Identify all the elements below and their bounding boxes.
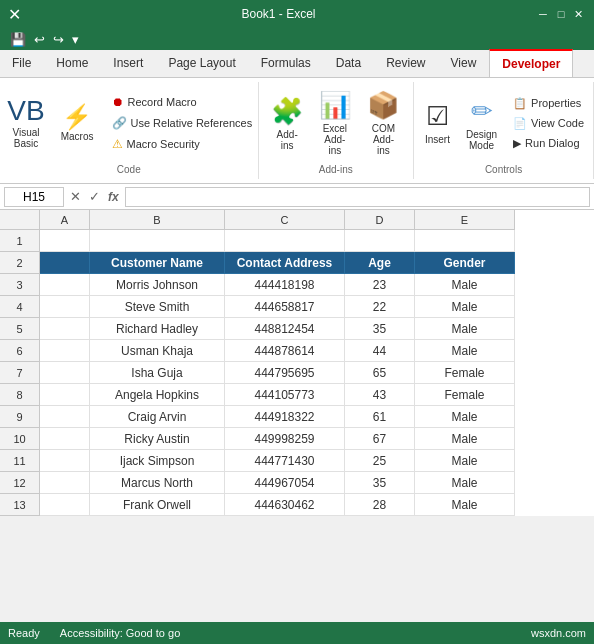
cell-d10[interactable]: 67 xyxy=(345,428,415,450)
formula-input[interactable] xyxy=(125,187,590,207)
cell-a9[interactable] xyxy=(40,406,90,428)
cell-a4[interactable] xyxy=(40,296,90,318)
design-mode-button[interactable]: ✏ DesignMode xyxy=(460,86,503,160)
row-header-9[interactable]: 9 xyxy=(0,406,40,428)
tab-view[interactable]: View xyxy=(439,50,490,77)
maximize-button[interactable]: □ xyxy=(554,7,568,21)
cell-c6[interactable]: 444878614 xyxy=(225,340,345,362)
run-dialog-button[interactable]: ▶ Run Dialog xyxy=(509,135,588,152)
cell-e10[interactable]: Male xyxy=(415,428,515,450)
cell-c7[interactable]: 444795695 xyxy=(225,362,345,384)
formula-confirm-icon[interactable]: ✓ xyxy=(87,189,102,204)
tab-formulas[interactable]: Formulas xyxy=(249,50,324,77)
cell-e6[interactable]: Male xyxy=(415,340,515,362)
cell-a3[interactable] xyxy=(40,274,90,296)
cell-c13[interactable]: 444630462 xyxy=(225,494,345,516)
cell-e9[interactable]: Male xyxy=(415,406,515,428)
record-macro-button[interactable]: ⏺ Record Macro xyxy=(108,93,257,111)
cell-d2-header[interactable]: Age xyxy=(345,252,415,274)
close-button[interactable]: ✕ xyxy=(572,7,586,21)
row-header-6[interactable]: 6 xyxy=(0,340,40,362)
col-header-a[interactable]: A xyxy=(40,210,90,230)
cell-a5[interactable] xyxy=(40,318,90,340)
cell-d11[interactable]: 25 xyxy=(345,450,415,472)
cell-c1[interactable] xyxy=(225,230,345,252)
cell-a11[interactable] xyxy=(40,450,90,472)
cell-c12[interactable]: 444967054 xyxy=(225,472,345,494)
save-quick-button[interactable]: 💾 xyxy=(8,32,28,47)
cell-c10[interactable]: 449998259 xyxy=(225,428,345,450)
cell-e8[interactable]: Female xyxy=(415,384,515,406)
visual-basic-button[interactable]: VB VisualBasic xyxy=(1,86,50,160)
tab-review[interactable]: Review xyxy=(374,50,438,77)
excel-add-ins-button[interactable]: 📊 ExcelAdd-ins xyxy=(313,86,358,160)
tab-data[interactable]: Data xyxy=(324,50,374,77)
cell-e13[interactable]: Male xyxy=(415,494,515,516)
cell-a12[interactable] xyxy=(40,472,90,494)
row-header-8[interactable]: 8 xyxy=(0,384,40,406)
tab-insert[interactable]: Insert xyxy=(101,50,156,77)
cell-d13[interactable]: 28 xyxy=(345,494,415,516)
row-header-11[interactable]: 11 xyxy=(0,450,40,472)
row-header-1[interactable]: 1 xyxy=(0,230,40,252)
cell-a1[interactable] xyxy=(40,230,90,252)
cell-c3[interactable]: 444418198 xyxy=(225,274,345,296)
row-header-13[interactable]: 13 xyxy=(0,494,40,516)
cell-e2-header[interactable]: Gender xyxy=(415,252,515,274)
cell-a6[interactable] xyxy=(40,340,90,362)
cell-reference-input[interactable] xyxy=(4,187,64,207)
cell-b12[interactable]: Marcus North xyxy=(90,472,225,494)
tab-file[interactable]: File xyxy=(0,50,44,77)
cell-b4[interactable]: Steve Smith xyxy=(90,296,225,318)
cell-a8[interactable] xyxy=(40,384,90,406)
cell-d3[interactable]: 23 xyxy=(345,274,415,296)
cell-b10[interactable]: Ricky Austin xyxy=(90,428,225,450)
col-header-b[interactable]: B xyxy=(90,210,225,230)
insert-control-button[interactable]: ☑ Insert xyxy=(419,86,456,160)
cell-a2[interactable] xyxy=(40,252,90,274)
cell-b6[interactable]: Usman Khaja xyxy=(90,340,225,362)
properties-button[interactable]: 📋 Properties xyxy=(509,95,588,112)
row-header-10[interactable]: 10 xyxy=(0,428,40,450)
cell-c8[interactable]: 444105773 xyxy=(225,384,345,406)
tab-page-layout[interactable]: Page Layout xyxy=(156,50,248,77)
cell-d5[interactable]: 35 xyxy=(345,318,415,340)
cell-c9[interactable]: 444918322 xyxy=(225,406,345,428)
cell-a10[interactable] xyxy=(40,428,90,450)
cell-e4[interactable]: Male xyxy=(415,296,515,318)
cell-d9[interactable]: 61 xyxy=(345,406,415,428)
cell-c5[interactable]: 448812454 xyxy=(225,318,345,340)
cell-e5[interactable]: Male xyxy=(415,318,515,340)
row-header-2[interactable]: 2 xyxy=(0,252,40,274)
add-ins-button[interactable]: 🧩 Add-ins xyxy=(266,86,309,160)
cell-b1[interactable] xyxy=(90,230,225,252)
cell-b2-header[interactable]: Customer Name xyxy=(90,252,225,274)
col-header-c[interactable]: C xyxy=(225,210,345,230)
col-header-e[interactable]: E xyxy=(415,210,515,230)
cell-c4[interactable]: 444658817 xyxy=(225,296,345,318)
cell-b3[interactable]: Morris Johnson xyxy=(90,274,225,296)
cell-e11[interactable]: Male xyxy=(415,450,515,472)
formula-insert-function-icon[interactable]: fx xyxy=(106,190,121,204)
cell-d8[interactable]: 43 xyxy=(345,384,415,406)
cell-b9[interactable]: Craig Arvin xyxy=(90,406,225,428)
row-header-5[interactable]: 5 xyxy=(0,318,40,340)
cell-a13[interactable] xyxy=(40,494,90,516)
cell-e12[interactable]: Male xyxy=(415,472,515,494)
tab-home[interactable]: Home xyxy=(44,50,101,77)
row-header-3[interactable]: 3 xyxy=(0,274,40,296)
tab-developer[interactable]: Developer xyxy=(489,49,573,77)
cell-b8[interactable]: Angela Hopkins xyxy=(90,384,225,406)
cell-b7[interactable]: Isha Guja xyxy=(90,362,225,384)
minimize-button[interactable]: ─ xyxy=(536,7,550,21)
cell-c11[interactable]: 444771430 xyxy=(225,450,345,472)
view-code-button[interactable]: 📄 View Code xyxy=(509,115,588,132)
row-header-12[interactable]: 12 xyxy=(0,472,40,494)
cell-e1[interactable] xyxy=(415,230,515,252)
cell-e7[interactable]: Female xyxy=(415,362,515,384)
col-header-d[interactable]: D xyxy=(345,210,415,230)
row-header-4[interactable]: 4 xyxy=(0,296,40,318)
formula-cancel-icon[interactable]: ✕ xyxy=(68,189,83,204)
cell-b5[interactable]: Richard Hadley xyxy=(90,318,225,340)
com-add-ins-button[interactable]: 📦 COMAdd-ins xyxy=(361,86,406,160)
